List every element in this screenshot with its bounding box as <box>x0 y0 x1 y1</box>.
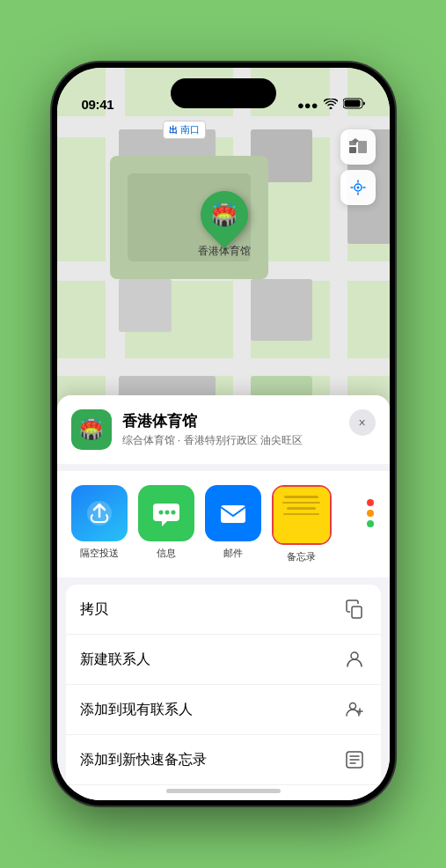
notes-label: 备忘录 <box>287 550 316 563</box>
action-quick-note[interactable]: 添加到新快速备忘录 <box>66 735 381 785</box>
svg-rect-11 <box>221 505 245 523</box>
stadium-pin: 🏟️ 香港体育馆 <box>198 191 251 259</box>
share-item-airdrop[interactable]: 隔空投送 <box>71 485 128 563</box>
share-item-notes[interactable]: 备忘录 <box>272 485 332 563</box>
notes-icon-wrapper <box>272 485 332 545</box>
action-quick-note-label: 添加到新快速备忘录 <box>80 751 207 769</box>
copy-icon <box>342 597 367 622</box>
action-copy-label: 拷贝 <box>80 600 108 619</box>
location-name: 香港体育馆 <box>122 411 376 431</box>
note-icon <box>342 747 367 772</box>
location-subtitle: 综合体育馆 · 香港特别行政区 油尖旺区 <box>122 433 376 448</box>
action-add-existing[interactable]: 添加到现有联系人 <box>66 685 381 735</box>
airdrop-icon <box>71 485 128 541</box>
battery-icon <box>343 98 365 112</box>
wifi-icon <box>324 99 338 112</box>
svg-point-13 <box>351 652 358 659</box>
location-header: 🏟️ 香港体育馆 综合体育馆 · 香港特别行政区 油尖旺区 × <box>57 395 390 464</box>
mail-label: 邮件 <box>223 547 243 560</box>
print-icon <box>342 798 367 800</box>
action-list: 拷贝 新建联系人 <box>66 585 381 800</box>
phone-frame: 09:41 ●●● <box>52 63 395 805</box>
svg-point-9 <box>165 511 169 515</box>
action-add-existing-label: 添加到现有联系人 <box>80 701 193 719</box>
home-indicator <box>166 789 281 793</box>
status-time: 09:41 <box>82 97 114 112</box>
map-label: 出 南口 <box>163 121 206 139</box>
location-info: 香港体育馆 综合体育馆 · 香港特别行政区 油尖旺区 <box>122 411 376 448</box>
action-new-contact-label: 新建联系人 <box>80 651 150 669</box>
share-row: 隔空投送 信息 <box>57 471 390 577</box>
close-button[interactable]: × <box>349 409 376 436</box>
dynamic-island <box>171 78 276 108</box>
action-copy[interactable]: 拷贝 <box>66 585 381 635</box>
map-area: 出 南口 <box>57 68 390 446</box>
signal-icon: ●●● <box>297 99 318 112</box>
svg-rect-4 <box>358 141 367 153</box>
airdrop-label: 隔空投送 <box>80 547 119 560</box>
location-icon: 🏟️ <box>71 409 112 450</box>
messages-icon <box>138 485 194 541</box>
more-icon <box>342 485 390 541</box>
location-button[interactable] <box>340 170 376 205</box>
map-type-button[interactable] <box>340 129 376 165</box>
action-new-contact[interactable]: 新建联系人 <box>66 635 381 685</box>
share-item-more[interactable] <box>342 485 390 563</box>
phone-screen: 09:41 ●●● <box>57 68 390 800</box>
bottom-sheet: 🏟️ 香港体育馆 综合体育馆 · 香港特别行政区 油尖旺区 × <box>57 395 390 800</box>
map-controls[interactable] <box>340 129 376 205</box>
svg-point-10 <box>171 511 175 515</box>
share-item-messages[interactable]: 信息 <box>138 485 194 563</box>
svg-rect-3 <box>349 147 356 153</box>
mail-icon <box>205 485 261 541</box>
notes-icon <box>274 487 330 543</box>
messages-label: 信息 <box>157 547 176 560</box>
person-icon <box>342 647 367 672</box>
svg-point-8 <box>158 511 163 515</box>
status-icons: ●●● <box>297 98 365 112</box>
svg-point-6 <box>356 187 359 189</box>
person-add-icon <box>342 697 367 722</box>
svg-rect-12 <box>352 607 362 618</box>
share-item-mail[interactable]: 邮件 <box>205 485 261 563</box>
svg-point-14 <box>349 703 355 710</box>
svg-rect-1 <box>344 100 360 107</box>
